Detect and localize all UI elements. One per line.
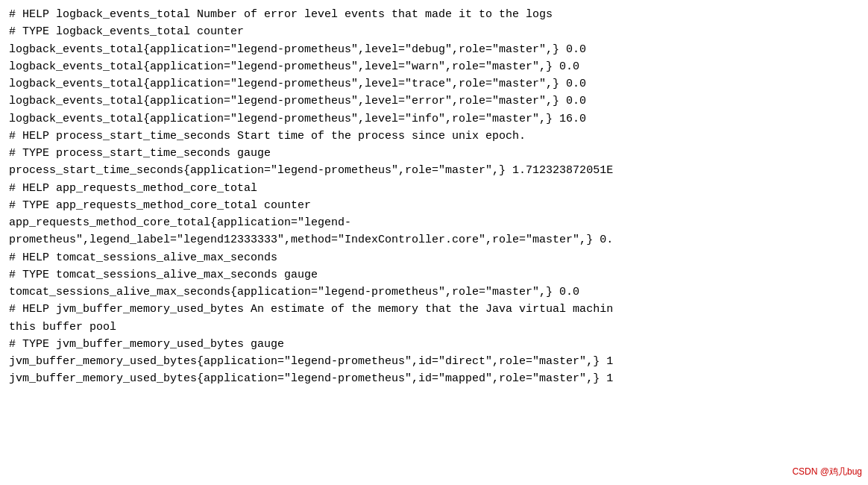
code-line: logback_events_total{application=″legend… [9, 75, 859, 93]
code-line: this buffer pool [9, 319, 859, 336]
code-line: # TYPE app_requests_method_core_total co… [9, 197, 859, 214]
code-line: # HELP jvm_buffer_memory_used_bytes An e… [9, 301, 859, 318]
code-line: prometheus″,legend_label=″legend12333333… [9, 231, 859, 248]
code-display: # HELP logback_events_total Number of er… [0, 0, 868, 485]
code-line: logback_events_total{application=″legend… [9, 41, 859, 58]
code-line: # HELP logback_events_total Number of er… [9, 6, 859, 23]
code-line: process_start_time_seconds{application=″… [9, 162, 859, 179]
code-line: jvm_buffer_memory_used_bytes{application… [9, 353, 859, 370]
watermark: CSDN @鸡几bug [792, 465, 862, 479]
code-line: # HELP process_start_time_seconds Start … [9, 128, 859, 145]
code-line: # HELP app_requests_method_core_total [9, 180, 859, 197]
code-line: # HELP tomcat_sessions_alive_max_seconds [9, 249, 859, 266]
code-line: # TYPE tomcat_sessions_alive_max_seconds… [9, 266, 859, 284]
code-line: logback_events_total{application=″legend… [9, 93, 859, 110]
lines-container: # HELP logback_events_total Number of er… [9, 6, 859, 388]
code-line: tomcat_sessions_alive_max_seconds{applic… [9, 284, 859, 301]
code-line: jvm_buffer_memory_used_bytes{application… [9, 370, 859, 387]
code-line: logback_events_total{application=″legend… [9, 110, 859, 128]
code-line: # TYPE logback_events_total counter [9, 23, 859, 40]
code-line: app_requests_method_core_total{applicati… [9, 214, 859, 231]
code-line: # TYPE jvm_buffer_memory_used_bytes gaug… [9, 336, 859, 353]
code-line: # TYPE process_start_time_seconds gauge [9, 145, 859, 162]
code-line: logback_events_total{application=″legend… [9, 58, 859, 75]
